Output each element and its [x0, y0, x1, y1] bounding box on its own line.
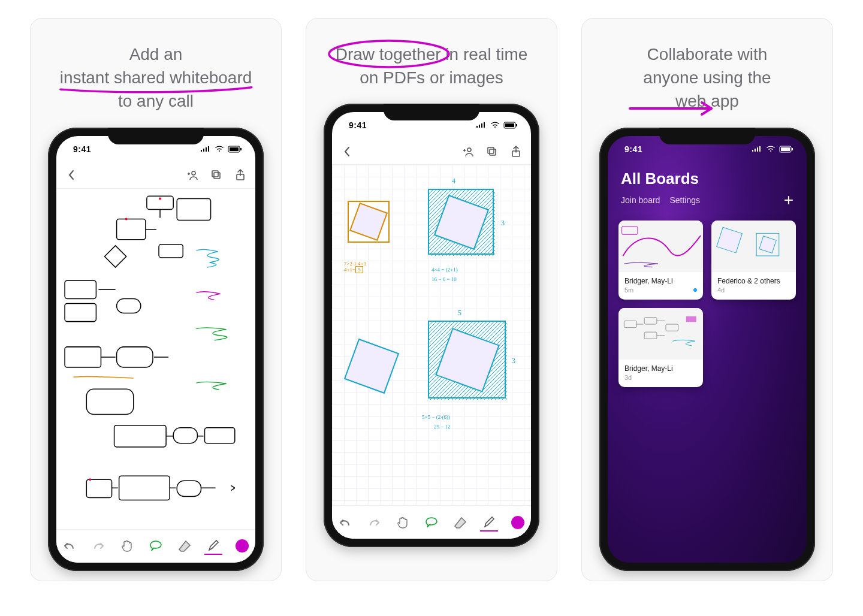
screenshot-panel-2: Draw together in real time on PDFs or im… [306, 18, 557, 581]
duplicate-button[interactable] [485, 145, 499, 158]
redo-button[interactable] [365, 514, 383, 532]
svg-rect-17 [114, 425, 167, 446]
board-name: Bridger, May-Li [624, 364, 697, 373]
svg-rect-16 [86, 389, 133, 414]
color-picker-button[interactable] [233, 537, 251, 555]
dim-label: 4 [452, 177, 455, 186]
board-time: 5m [624, 286, 633, 294]
eraser-tool-button[interactable] [176, 537, 194, 555]
wifi-icon [766, 146, 776, 153]
battery-icon [228, 146, 242, 153]
share-button[interactable] [509, 145, 523, 158]
screenshot-panel-3: Collaborate with anyone using the web ap… [581, 18, 833, 581]
lasso-tool-button[interactable] [423, 514, 440, 532]
pen-tool-button[interactable] [204, 537, 222, 555]
add-participant-button[interactable] [186, 168, 199, 182]
svg-rect-43 [624, 321, 636, 327]
math-note: 5×5 − (2·(6)) [422, 414, 450, 420]
back-button[interactable] [340, 145, 354, 158]
wifi-icon [215, 146, 224, 153]
color-picker-button[interactable] [509, 514, 527, 532]
headline-3-line1: Collaborate with [647, 45, 768, 64]
headline-2-line2: on PDFs or images [360, 68, 503, 87]
svg-rect-20 [86, 479, 111, 497]
headline-3: Collaborate with anyone using the web ap… [633, 43, 780, 113]
drawing-toolbar [56, 529, 255, 563]
svg-rect-39 [622, 227, 638, 234]
svg-rect-4 [214, 173, 220, 179]
board-card[interactable]: Federico & 2 others 4d [711, 221, 796, 300]
board-time: 4d [717, 286, 725, 294]
whiteboard-canvas-geometry[interactable]: 7>2·1·4+14+1=5 4×4 = (2+1) 16 − 6 = 10 5… [332, 165, 531, 505]
svg-rect-9 [117, 219, 146, 239]
status-right-icons [200, 146, 242, 153]
join-board-link[interactable]: Join board [621, 195, 660, 205]
status-time: 9:41 [624, 144, 642, 154]
new-board-button[interactable]: + [784, 192, 793, 209]
duplicate-button[interactable] [210, 168, 223, 182]
svg-rect-1 [230, 147, 239, 151]
svg-rect-12 [65, 303, 96, 321]
add-participant-button[interactable] [461, 145, 475, 158]
svg-rect-18 [173, 427, 197, 443]
whiteboard-canvas-flowchart[interactable] [56, 189, 255, 529]
presence-dot-icon [693, 288, 697, 292]
lasso-tool-button[interactable] [147, 537, 165, 555]
svg-rect-38 [792, 148, 793, 150]
pan-tool-button[interactable] [118, 537, 136, 555]
board-time: 3d [624, 374, 632, 381]
battery-icon [779, 146, 793, 153]
arrow-stroke-icon [627, 96, 723, 120]
headline-1-underlined: instant shared whiteboard [60, 66, 252, 89]
svg-rect-5 [212, 171, 218, 177]
svg-rect-47 [686, 316, 696, 321]
wifi-icon [490, 122, 500, 129]
notch-icon [659, 128, 755, 144]
screenshot-panel-1: Add an instant shared whiteboard to any … [30, 18, 282, 581]
thumb-scribble-icon [618, 308, 703, 360]
svg-rect-8 [177, 198, 210, 220]
undo-button[interactable] [336, 514, 354, 532]
thumb-scribble-icon [618, 221, 703, 272]
board-card[interactable]: Bridger, May-Li 5m [618, 221, 703, 300]
pan-tool-button[interactable] [394, 514, 412, 532]
svg-rect-31 [490, 149, 496, 155]
redo-button[interactable] [89, 537, 107, 555]
square-figure [428, 189, 494, 255]
svg-rect-29 [516, 124, 517, 126]
svg-rect-2 [240, 148, 242, 150]
svg-rect-21 [119, 476, 170, 500]
svg-rect-32 [488, 147, 494, 153]
svg-rect-15 [117, 346, 153, 367]
math-note: 4×4 = (2+1) [432, 267, 458, 273]
phone-screen-1: 9:41 [56, 136, 255, 563]
board-card[interactable]: Bridger, May-Li 3d [618, 308, 703, 387]
back-button[interactable] [65, 168, 78, 182]
boards-title: All Boards [621, 170, 793, 188]
board-name: Federico & 2 others [717, 277, 790, 285]
headline-2: Draw together in real time on PDFs or im… [326, 43, 538, 89]
battery-icon [503, 122, 518, 129]
phone-screen-2: 9:41 [332, 112, 531, 539]
svg-rect-42 [759, 236, 776, 253]
undo-button[interactable] [61, 537, 79, 555]
status-time: 9:41 [349, 120, 367, 130]
board-name: Bridger, May-Li [624, 277, 697, 285]
notch-icon [384, 104, 479, 120]
svg-rect-45 [644, 332, 657, 339]
eraser-tool-button[interactable] [451, 514, 469, 532]
board-thumbnail [711, 221, 796, 272]
headline-1: Add an instant shared whiteboard to any … [50, 43, 262, 113]
whiteboard-topbar [56, 162, 255, 189]
math-note: 7>2·1·4+14+1=5 [344, 261, 366, 273]
share-button[interactable] [234, 168, 247, 182]
color-swatch-icon [236, 539, 249, 552]
signal-icon [200, 146, 211, 153]
settings-link[interactable]: Settings [669, 195, 700, 205]
pen-tool-button[interactable] [480, 514, 498, 532]
phone-screen-3: 9:41 All Boards Join board Settings [608, 136, 807, 563]
app-store-screenshots-gallery: Add an instant shared whiteboard to any … [0, 18, 863, 581]
status-right-icons [752, 146, 793, 153]
flowchart-scribble-icon [56, 189, 255, 529]
signal-icon [476, 122, 487, 129]
